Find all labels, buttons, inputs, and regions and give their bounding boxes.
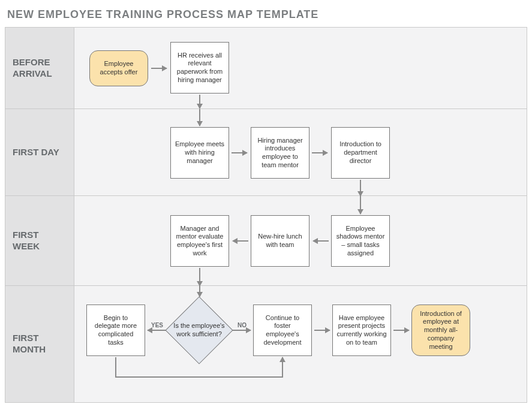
connector-line (115, 357, 116, 378)
arrow-down-icon (199, 109, 200, 126)
arrow-down-icon (199, 286, 200, 297)
connector-line (115, 376, 283, 378)
lane-label-day: FIRST DAY (5, 109, 74, 195)
diagram-title: NEW EMPLOYEE TRAINING PROCESS MAP TEMPLA… (5, 5, 527, 27)
node-team-mentor: Hiring manager introduces employee to te… (251, 127, 309, 179)
lane-month: Is the employee's work sufficient? YES B… (74, 286, 527, 402)
arrow-right-icon (393, 330, 409, 331)
arrow-right-icon (314, 330, 330, 331)
node-hr-paperwork: HR receives all relevant paperwork from … (170, 42, 229, 94)
arrow-right-icon (312, 152, 327, 153)
row-first-week: FIRST WEEK Employee shadows mentor – sma… (5, 195, 527, 285)
edge-label-yes: YES (151, 322, 163, 328)
node-allcompany-meeting: Introduction of employee at monthly all-… (411, 305, 470, 356)
arrow-up-icon (282, 357, 283, 378)
lane-label-before: BEFORE ARRIVAL (5, 28, 74, 108)
arrow-down-icon (199, 268, 200, 286)
lane-day: Employee meets with hiring manager Hirin… (74, 109, 527, 195)
swimlane-grid: BEFORE ARRIVAL Employee accepts offer HR… (5, 27, 527, 403)
edge-label-no: NO (238, 322, 247, 328)
node-foster-development: Continue to foster employee's developmen… (253, 305, 312, 356)
node-delegate-tasks: Begin to delegate more complicated tasks (86, 305, 145, 356)
lane-before: Employee accepts offer HR receives all r… (74, 28, 527, 108)
node-meets-manager: Employee meets with hiring manager (170, 127, 229, 179)
node-shadows-mentor: Employee shadows mentor – small tasks as… (331, 215, 390, 267)
arrow-down-icon (199, 95, 200, 108)
arrow-down-icon (360, 180, 361, 196)
arrow-right-icon (151, 68, 167, 69)
lane-label-week: FIRST WEEK (5, 196, 74, 285)
row-first-day: FIRST DAY Employee meets with hiring man… (5, 108, 527, 195)
lane-label-month: FIRST MONTH (5, 286, 74, 402)
arrow-left-icon (233, 240, 248, 242)
arrow-right-icon (233, 330, 251, 331)
diagram-container: NEW EMPLOYEE TRAINING PROCESS MAP TEMPLA… (5, 5, 527, 403)
row-before-arrival: BEFORE ARRIVAL Employee accepts offer HR… (5, 28, 527, 108)
arrow-right-icon (232, 152, 247, 153)
lane-week: Employee shadows mentor – small tasks as… (74, 196, 527, 285)
row-first-month: FIRST MONTH Is the employee's work suffi… (5, 285, 527, 402)
decision-text: Is the employee's work sufficient? (172, 322, 226, 339)
arrow-down-icon (360, 196, 361, 214)
arrow-left-icon (313, 240, 329, 242)
node-decision-sufficient: Is the employee's work sufficient? (166, 297, 233, 364)
arrow-left-icon (148, 330, 166, 331)
node-employee-accepts-offer: Employee accepts offer (89, 50, 148, 86)
node-newhire-lunch: New-hire lunch with team (251, 215, 309, 267)
node-department-director: Introduction to department director (331, 127, 390, 179)
node-present-projects: Have employee present projects currently… (332, 305, 391, 356)
node-evaluate-work: Manager and mentor evaluate employee's f… (170, 215, 229, 267)
